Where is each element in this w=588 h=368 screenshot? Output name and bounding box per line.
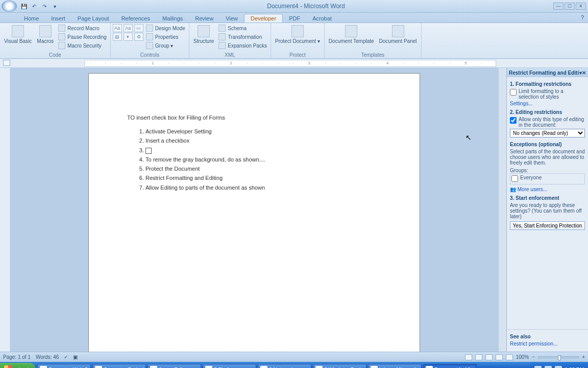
group-everyone-checkbox[interactable]	[511, 175, 518, 182]
tab-review[interactable]: Review	[189, 14, 219, 22]
visual-basic-button[interactable]: Visual Basic	[2, 24, 34, 45]
tab-pdf[interactable]: PDF	[283, 14, 306, 22]
view-outline-icon[interactable]	[496, 354, 503, 360]
legacy-tools-icon[interactable]: ⚙	[134, 33, 143, 41]
macro-record-icon[interactable]: ▣	[73, 354, 78, 360]
tab-page-layout[interactable]: Page Layout	[71, 14, 115, 22]
system-tray[interactable]: 1:38 PM	[530, 362, 588, 368]
exceptions-heading: Exceptions (optional)	[510, 142, 585, 147]
app-icon	[205, 366, 212, 368]
picture-control-icon[interactable]: ▭	[134, 24, 143, 32]
zoom-out-icon[interactable]: −	[532, 354, 535, 360]
combo-control-icon[interactable]: ▤	[113, 33, 122, 41]
taskbar-item[interactable]: Symantec Endpoi...	[92, 364, 146, 368]
minimize-button[interactable]: —	[553, 3, 564, 10]
tab-acrobat[interactable]: Acrobat	[306, 14, 338, 22]
group-button[interactable]: Group ▾	[144, 41, 187, 50]
document-panel-button[interactable]: Document Panel	[377, 24, 419, 45]
limit-formatting-checkbox[interactable]: Limit formatting to a selection of style…	[510, 88, 585, 100]
taskbar-item[interactable]: Java - Eclipse	[148, 364, 201, 368]
taskbar-item[interactable]: 3 Notepad	[258, 364, 311, 368]
save-icon[interactable]: 💾	[20, 2, 28, 10]
taskbar-item[interactable]: Inbox - Microsof...	[368, 364, 422, 368]
tab-view[interactable]: View	[219, 14, 244, 22]
macro-security-button[interactable]: Macro Security	[57, 41, 108, 50]
app-icon	[95, 366, 102, 368]
checkbox-icon[interactable]	[145, 148, 152, 154]
vertical-ruler[interactable]	[0, 68, 10, 352]
editing-type-select[interactable]: No changes (Read only)	[510, 129, 585, 137]
close-button[interactable]: ✕	[576, 3, 586, 10]
limit-formatting-input[interactable]	[510, 89, 517, 96]
tray-icon[interactable]	[545, 366, 552, 368]
qat-dropdown-icon[interactable]: ▾	[51, 2, 59, 10]
allow-only-input[interactable]	[510, 117, 517, 124]
taskpane-menu-icon[interactable]: ▾	[579, 70, 582, 76]
restrict-permission-link[interactable]: Restrict permission...	[510, 341, 585, 347]
start-button[interactable]: start	[0, 363, 36, 368]
undo-icon[interactable]: ↶	[30, 2, 38, 10]
tray-icon[interactable]	[555, 366, 562, 368]
zoom-slider[interactable]	[538, 356, 579, 358]
more-users-link[interactable]: 👥 More users...	[510, 187, 585, 192]
record-macro-button[interactable]: Record Macro	[57, 24, 108, 32]
expansion-packs-button[interactable]: Expansion Packs	[217, 41, 268, 50]
document-template-button[interactable]: Document Template	[327, 24, 376, 45]
schema-button[interactable]: Schema	[217, 24, 268, 32]
spellcheck-icon[interactable]: ✓	[64, 354, 68, 360]
document-area[interactable]: TO insert check box for Filling of Forms…	[10, 68, 498, 352]
app-icon	[371, 366, 378, 368]
tab-home[interactable]: Home	[18, 14, 45, 22]
taskpane-header: Restrict Formatting and Editi ▾ ✕	[507, 68, 588, 77]
horizontal-ruler[interactable]: ····1····2····3····4····5····6····7····	[84, 60, 496, 67]
vertical-scrollbar[interactable]	[498, 68, 506, 352]
office-button[interactable]	[2, 1, 17, 12]
structure-button[interactable]: Structure	[191, 24, 216, 45]
zoom-thumb[interactable]	[558, 355, 561, 360]
properties-button[interactable]: Properties	[144, 33, 187, 41]
list-item	[145, 147, 381, 154]
pause-recording-button[interactable]: Pause Recording	[57, 33, 108, 41]
view-draft-icon[interactable]	[506, 354, 513, 360]
taskpane-close-icon[interactable]: ✕	[582, 70, 586, 76]
start-enforcing-button[interactable]: Yes, Start Enforcing Protection	[510, 221, 585, 230]
tab-selector-icon[interactable]	[3, 60, 10, 66]
richtext-control-icon[interactable]: Aa	[113, 24, 122, 32]
settings-link[interactable]: Settings...	[510, 101, 585, 106]
list-item: Allow Editing to parts of the document a…	[145, 184, 381, 191]
tab-references[interactable]: References	[115, 14, 156, 22]
group-everyone-item[interactable]: Everyone	[511, 175, 583, 182]
protect-document-button[interactable]: Protect Document ▾	[273, 24, 322, 45]
maximize-button[interactable]: ☐	[565, 3, 575, 10]
ribbon-group-templates: Document Template Document Panel Templat…	[325, 23, 422, 58]
taskbar-item[interactable]: Symantec Web S...	[37, 364, 91, 368]
design-mode-button[interactable]: Design Mode	[144, 24, 187, 32]
status-words[interactable]: Words: 46	[36, 354, 59, 360]
dropdown-control-icon[interactable]: ▾	[124, 33, 133, 41]
transformation-button[interactable]: Transformation	[217, 33, 268, 41]
tab-insert[interactable]: Insert	[45, 14, 71, 22]
ribbon-group-code: Visual Basic Macros Record Macro Pause R…	[0, 23, 111, 58]
zoom-level[interactable]: 100%	[516, 354, 529, 360]
tab-developer[interactable]: Developer	[244, 14, 283, 22]
start-label: start	[14, 366, 29, 369]
window-controls: — ☐ ✕	[553, 3, 586, 10]
view-web-icon[interactable]	[485, 354, 493, 360]
zoom-in-icon[interactable]: +	[582, 354, 585, 360]
exceptions-text: Select parts of the document and choose …	[510, 149, 585, 166]
page[interactable]: TO insert check box for Filling of Forms…	[88, 73, 420, 352]
taskbar-item[interactable]: 2 Firefox	[203, 364, 256, 368]
redo-icon[interactable]: ↷	[40, 2, 48, 10]
view-print-layout-icon[interactable]	[465, 354, 472, 360]
taskbar-item[interactable]: 5 Windows Expl...	[313, 364, 366, 368]
allow-only-checkbox[interactable]: Allow only this type of editing in the d…	[510, 117, 585, 128]
ribbon-group-code-label: Code	[2, 52, 108, 58]
taskbar-item-active[interactable]: Document4 - Mic...	[423, 364, 477, 368]
text-control-icon[interactable]: Aa	[124, 24, 133, 32]
tray-icon[interactable]	[534, 366, 542, 368]
help-icon[interactable]: ?	[581, 14, 584, 20]
macros-button[interactable]: Macros	[35, 24, 56, 45]
status-page[interactable]: Page: 1 of 1	[3, 354, 31, 360]
tab-mailings[interactable]: Mailings	[156, 14, 189, 22]
view-fullscreen-icon[interactable]	[475, 354, 482, 360]
